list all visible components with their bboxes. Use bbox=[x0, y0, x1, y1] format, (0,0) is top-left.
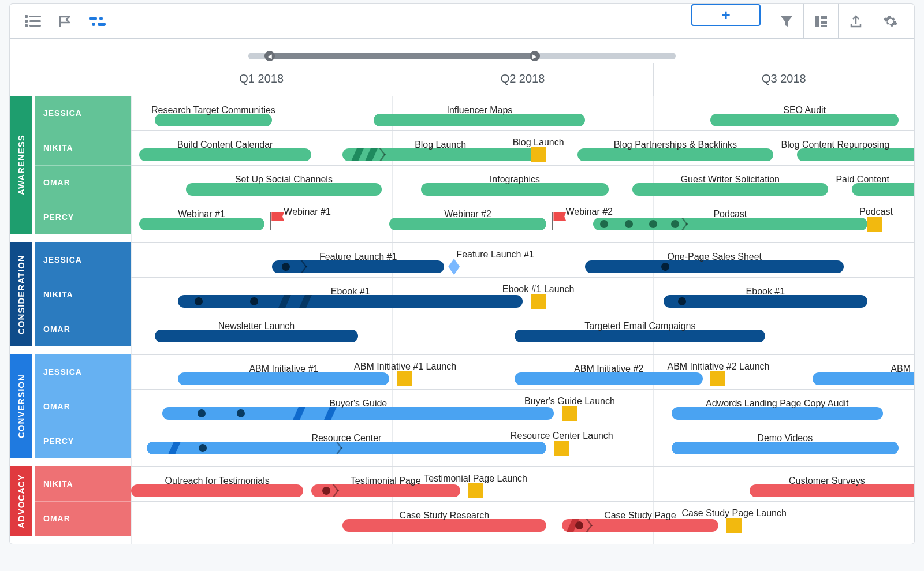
gantt-bar[interactable] bbox=[515, 372, 702, 385]
task-label: Outreach for Testimonials bbox=[165, 476, 270, 486]
slider-end-handle[interactable]: ▶ bbox=[530, 51, 540, 61]
gantt-bar[interactable] bbox=[131, 484, 303, 497]
gantt-bar[interactable] bbox=[562, 519, 718, 532]
gantt-bar[interactable] bbox=[672, 407, 883, 420]
gantt-bar[interactable] bbox=[710, 114, 898, 126]
person-label[interactable]: JESSICA bbox=[35, 354, 131, 389]
list-view-icon[interactable] bbox=[17, 8, 49, 35]
flag-icon[interactable] bbox=[268, 212, 284, 225]
gantt-bar[interactable] bbox=[515, 330, 765, 342]
person-label[interactable]: PERCY bbox=[35, 200, 131, 234]
gantt-bar[interactable] bbox=[342, 519, 546, 532]
task-label: Targeted Email Campaigns bbox=[584, 321, 695, 331]
gantt-bar[interactable] bbox=[147, 442, 546, 454]
person-label[interactable]: PERCY bbox=[35, 424, 131, 458]
gantt-bar[interactable] bbox=[374, 114, 585, 126]
gantt-bar[interactable] bbox=[155, 114, 272, 126]
group-awareness: AWARENESS JESSICA NIKITA OMAR PERCY Rese… bbox=[10, 96, 914, 234]
task-label: ABM Initiative #2 bbox=[574, 364, 643, 374]
person-label[interactable]: JESSICA bbox=[35, 96, 131, 130]
gantt-bar[interactable] bbox=[578, 148, 773, 161]
gantt-bar[interactable] bbox=[272, 260, 444, 273]
milestone[interactable] bbox=[531, 147, 546, 162]
milestone[interactable] bbox=[867, 217, 882, 232]
svg-rect-5 bbox=[29, 25, 41, 27]
diamond-icon[interactable] bbox=[448, 259, 460, 275]
gear-icon[interactable] bbox=[873, 4, 907, 38]
milestone[interactable] bbox=[562, 406, 577, 421]
person-label[interactable]: OMAR bbox=[35, 165, 131, 200]
gantt-bar[interactable] bbox=[421, 183, 609, 196]
svg-rect-12 bbox=[821, 21, 827, 24]
gantt-bar[interactable] bbox=[162, 407, 554, 420]
gantt-row: Outreach for TestimonialsTestimonial Pag… bbox=[131, 466, 914, 501]
milestone[interactable] bbox=[726, 518, 742, 533]
gantt-bar[interactable] bbox=[813, 372, 915, 385]
task-label: Testimonial Page bbox=[351, 476, 421, 486]
person-label[interactable]: NIKITA bbox=[35, 130, 131, 165]
milestone[interactable] bbox=[710, 371, 725, 386]
milestone[interactable] bbox=[397, 371, 412, 386]
flag-icon[interactable] bbox=[550, 212, 566, 225]
slider-start-handle[interactable]: ◀ bbox=[264, 51, 275, 61]
gantt-bar[interactable] bbox=[178, 372, 389, 385]
add-button[interactable]: + bbox=[691, 4, 761, 26]
person-label[interactable]: OMAR bbox=[35, 312, 131, 346]
gantt-row: Buyer's GuideBuyer's Guide LaunchAdwords… bbox=[131, 389, 914, 424]
svg-rect-4 bbox=[25, 24, 28, 27]
toolbar: + bbox=[10, 4, 914, 39]
gantt-bar[interactable] bbox=[186, 183, 382, 196]
task-label: Newsletter Launch bbox=[218, 321, 295, 331]
svg-rect-8 bbox=[92, 23, 95, 26]
task-label: Case Study Research bbox=[400, 510, 490, 521]
gantt-bar[interactable] bbox=[797, 148, 915, 161]
milestone[interactable] bbox=[554, 441, 569, 456]
milestone[interactable] bbox=[531, 294, 546, 309]
gantt-bar[interactable] bbox=[750, 484, 915, 497]
zoom-slider[interactable]: ◀ ▶ bbox=[10, 39, 914, 63]
person-label[interactable]: NIKITA bbox=[35, 277, 131, 311]
task-label: Set Up Social Channels bbox=[235, 174, 333, 185]
gantt-bar[interactable] bbox=[139, 148, 311, 161]
milestone[interactable] bbox=[468, 483, 483, 498]
gantt-bar[interactable] bbox=[672, 442, 899, 454]
task-label: Blog Content Repurposing bbox=[781, 140, 889, 150]
person-label[interactable]: JESSICA bbox=[35, 242, 131, 277]
gantt-bar[interactable] bbox=[178, 295, 523, 308]
task-label: Testimonial Page Launch bbox=[424, 473, 527, 484]
gantt-bar[interactable] bbox=[585, 260, 843, 273]
gantt-bar[interactable] bbox=[311, 484, 460, 497]
person-label[interactable]: NIKITA bbox=[35, 466, 131, 501]
person-label[interactable]: OMAR bbox=[35, 501, 131, 536]
task-label: ABM Initiative #1 bbox=[249, 364, 318, 374]
gantt-bar[interactable] bbox=[852, 183, 915, 196]
gantt-bar[interactable] bbox=[139, 218, 264, 230]
gantt-bar[interactable] bbox=[389, 218, 546, 230]
gantt-bar[interactable] bbox=[593, 218, 867, 230]
task-label: Case Study Page bbox=[604, 510, 676, 521]
task-label: Ebook #1 bbox=[331, 286, 370, 297]
svg-rect-2 bbox=[25, 20, 28, 23]
task-label: ABM Initiative #2 Launch bbox=[668, 361, 770, 372]
filter-icon[interactable] bbox=[769, 4, 803, 38]
export-icon[interactable] bbox=[838, 4, 873, 38]
svg-rect-0 bbox=[25, 15, 28, 18]
task-label: Build Content Calendar bbox=[177, 140, 273, 150]
task-label: Ebook #1 bbox=[746, 286, 785, 297]
group-label: AWARENESS bbox=[10, 96, 32, 234]
gantt-bar[interactable] bbox=[664, 295, 867, 308]
flag-view-icon[interactable] bbox=[49, 8, 81, 35]
gantt-bar[interactable] bbox=[342, 148, 538, 161]
layout-icon[interactable] bbox=[803, 4, 838, 38]
task-label: ABM bbox=[891, 364, 911, 374]
svg-rect-9 bbox=[98, 23, 106, 26]
person-label[interactable]: OMAR bbox=[35, 389, 131, 423]
task-label: Webinar #1 bbox=[178, 209, 225, 219]
svg-rect-7 bbox=[99, 17, 103, 20]
gantt-bar[interactable] bbox=[155, 330, 359, 342]
task-label: Research Target Communities bbox=[151, 105, 275, 115]
group-label: CONVERSION bbox=[10, 354, 32, 458]
task-label: Blog Partnerships & Backlinks bbox=[614, 140, 737, 150]
gantt-bar[interactable] bbox=[632, 183, 828, 196]
timeline-view-icon[interactable] bbox=[81, 8, 114, 35]
